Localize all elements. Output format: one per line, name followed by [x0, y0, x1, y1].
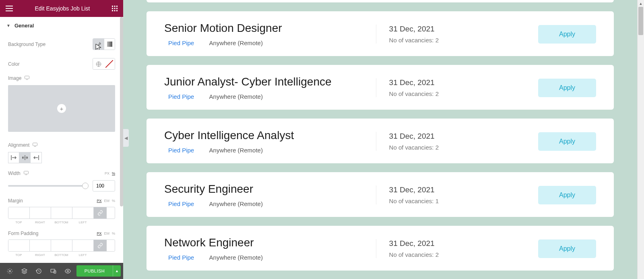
- align-left-button[interactable]: [8, 152, 19, 163]
- control-margin: Margin PX EM % TOP RIGHT BOTTOM: [0, 195, 123, 227]
- job-location: Anywhere (Remote): [209, 40, 263, 46]
- margin-right-input[interactable]: [30, 207, 51, 219]
- preview-area[interactable]: Senior Motion Designer Pied Pipe Anywher…: [123, 0, 637, 279]
- svg-rect-1: [114, 6, 116, 7]
- job-date: 31 Dec, 2021: [389, 132, 530, 141]
- hamburger-icon[interactable]: [6, 6, 13, 11]
- image-label: Image: [8, 75, 21, 81]
- margin-unit-pct[interactable]: %: [112, 199, 115, 203]
- svg-point-14: [9, 270, 10, 272]
- svg-rect-12: [33, 143, 37, 146]
- margin-left-input[interactable]: [72, 207, 94, 219]
- job-location: Anywhere (Remote): [209, 93, 263, 100]
- gear-icon: [7, 268, 13, 274]
- job-company-link[interactable]: Pied Pipe: [168, 93, 194, 100]
- padding-top-input[interactable]: [8, 240, 30, 251]
- dim-right: RIGHT: [29, 221, 51, 224]
- margin-bottom-input[interactable]: [51, 207, 72, 219]
- gradient-icon: [107, 42, 112, 47]
- preview-button[interactable]: [60, 263, 75, 279]
- responsive-button[interactable]: [46, 263, 60, 279]
- job-company-link[interactable]: Pied Pipe: [168, 40, 194, 46]
- dim-bottom: BOTTOM: [51, 221, 72, 224]
- settings-button[interactable]: [2, 263, 17, 279]
- width-unit-px[interactable]: PX: [105, 171, 109, 175]
- publish-button[interactable]: PUBLISH: [76, 265, 113, 277]
- browser-scrollbar[interactable]: ▲: [637, 0, 644, 279]
- width-slider[interactable]: [8, 185, 89, 187]
- margin-link-button[interactable]: [94, 207, 107, 219]
- alignment-group: [0, 152, 123, 167]
- scroll-thumb[interactable]: [638, 7, 643, 35]
- history-icon: [36, 268, 42, 274]
- eye-icon: [65, 268, 71, 274]
- padding-left-input[interactable]: [72, 240, 94, 251]
- svg-point-17: [67, 270, 68, 272]
- margin-label: Margin: [8, 198, 23, 204]
- editor-sidebar: Edit Easyjobs Job List ▼ General Backgro…: [0, 0, 123, 279]
- padding-unit-em[interactable]: EM: [104, 231, 109, 235]
- apply-button[interactable]: Apply: [538, 239, 596, 258]
- job-title: Junior Analyst- Cyber Intelligence: [164, 75, 376, 88]
- apply-button[interactable]: Apply: [538, 186, 596, 204]
- dim-left: LEFT: [72, 253, 93, 257]
- color-group: [93, 58, 115, 70]
- job-location: Anywhere (Remote): [209, 254, 263, 261]
- sidebar-header: Edit Easyjobs Job List: [0, 0, 123, 17]
- desktop-icon[interactable]: [25, 76, 29, 81]
- margin-unit-em[interactable]: EM: [104, 199, 109, 203]
- scroll-up-icon[interactable]: ▲: [638, 0, 644, 7]
- job-company-link[interactable]: Pied Pipe: [168, 200, 194, 207]
- desktop-icon[interactable]: [33, 143, 37, 148]
- padding-right-input[interactable]: [30, 240, 51, 251]
- svg-rect-0: [112, 6, 113, 7]
- align-center-button[interactable]: [19, 152, 31, 163]
- job-location: Anywhere (Remote): [209, 147, 263, 154]
- publish-options-button[interactable]: ▲: [113, 265, 121, 277]
- padding-link-button[interactable]: [94, 240, 107, 251]
- layers-icon: [21, 268, 27, 274]
- background-classic-button[interactable]: [93, 39, 104, 50]
- panel-scroll[interactable]: ▼ General Background Type Classic Color: [0, 17, 123, 263]
- collapse-sidebar-button[interactable]: ◀: [123, 129, 129, 147]
- color-global-button[interactable]: [93, 58, 104, 69]
- job-company-link[interactable]: Pied Pipe: [168, 147, 194, 154]
- apply-button[interactable]: Apply: [538, 25, 596, 44]
- background-gradient-button[interactable]: [104, 39, 115, 50]
- padding-unit-pct[interactable]: %: [112, 231, 115, 235]
- desktop-icon[interactable]: [24, 171, 29, 176]
- control-background-type: Background Type Classic: [0, 34, 123, 54]
- apply-button[interactable]: Apply: [538, 132, 596, 151]
- history-button[interactable]: [31, 263, 46, 279]
- job-company-link[interactable]: Pied Pipe: [168, 254, 194, 261]
- alignment-label: Alignment: [8, 142, 29, 148]
- dim-top: TOP: [8, 253, 29, 257]
- margin-unit-px[interactable]: PX: [97, 199, 101, 203]
- color-swatch-button[interactable]: [104, 58, 115, 69]
- control-image: Image +: [0, 74, 123, 137]
- job-vacancies: No of vacancies: 2: [389, 251, 530, 258]
- svg-rect-4: [114, 8, 116, 9]
- job-date: 31 Dec, 2021: [389, 239, 530, 248]
- image-dropzone[interactable]: +: [8, 85, 115, 132]
- align-right-icon: [33, 155, 39, 160]
- apps-grid-icon[interactable]: [112, 6, 118, 11]
- job-card: Network Engineer Pied Pipe Anywhere (Rem…: [147, 226, 614, 271]
- job-vacancies: No of vacancies: 2: [389, 144, 530, 151]
- job-card: Junior Analyst- Cyber Intelligence Pied …: [147, 65, 614, 110]
- width-slider-thumb[interactable]: [82, 183, 89, 189]
- width-unit-pct[interactable]: %: [112, 171, 115, 175]
- control-color: Color: [0, 54, 123, 74]
- padding-unit-px[interactable]: PX: [97, 231, 101, 235]
- align-right-button[interactable]: [31, 152, 42, 163]
- svg-rect-3: [112, 8, 113, 9]
- margin-top-input[interactable]: [8, 207, 30, 219]
- section-general[interactable]: ▼ General: [0, 17, 123, 34]
- job-vacancies: No of vacancies: 2: [389, 37, 530, 44]
- padding-bottom-input[interactable]: [51, 240, 72, 251]
- width-value-input[interactable]: [93, 180, 115, 192]
- apply-button[interactable]: Apply: [538, 79, 596, 97]
- svg-rect-11: [25, 76, 29, 79]
- navigator-button[interactable]: [17, 263, 31, 279]
- align-left-icon: [11, 155, 17, 160]
